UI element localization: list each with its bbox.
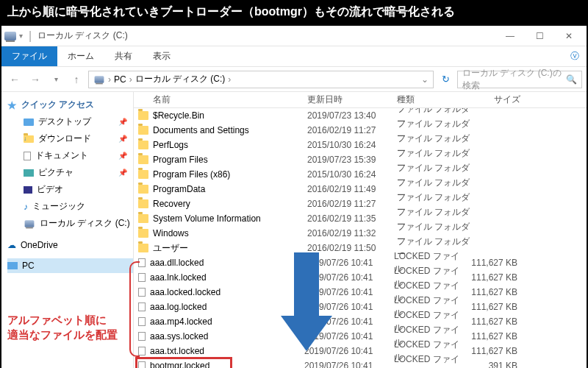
file-date: 2019/07/23 15:39 <box>307 155 397 165</box>
file-name: Documents and Settings <box>153 125 307 135</box>
chevron-right-icon[interactable]: › <box>228 74 231 85</box>
tab-share[interactable]: 共有 <box>104 46 143 66</box>
file-row[interactable]: bootmgr.locked2019/07/26 10:41LOCKED ファイ… <box>134 358 587 368</box>
address-dropdown-icon[interactable]: ⌄ <box>421 74 429 85</box>
nav-back-button[interactable]: ← <box>6 71 24 88</box>
file-row[interactable]: ユーザー2016/02/19 11:50ファイル フォルダー <box>134 241 587 255</box>
file-size: 111,627 KB <box>467 287 526 297</box>
file-row[interactable]: aaa.locked.locked2019/07/26 10:41LOCKED … <box>134 285 587 300</box>
maximize-button[interactable]: ☐ <box>525 26 554 46</box>
nav-forward-button[interactable]: → <box>26 71 44 88</box>
file-row[interactable]: ProgramData2016/02/19 11:49ファイル フォルダー <box>134 182 587 197</box>
desktop-icon <box>24 118 34 126</box>
file-row[interactable]: Windows2016/02/19 11:32ファイル フォルダー <box>134 226 587 241</box>
file-row[interactable]: aaa.txt.locked2019/07/26 10:41LOCKED ファイ… <box>134 344 587 358</box>
file-row[interactable]: Program Files2019/07/23 15:39ファイル フォルダー <box>134 152 587 167</box>
folder-icon <box>138 141 148 149</box>
explorer-window: ▾ | ローカル ディスク (C:) — ☐ ✕ ファイル ホーム 共有 表示 … <box>0 24 588 368</box>
sidebar-item-videos[interactable]: ビデオ <box>7 181 133 198</box>
file-date: 2016/02/19 11:27 <box>307 199 397 209</box>
file-list-pane: 名前 更新日時 種類 サイズ $Recycle.Bin2019/07/23 13… <box>134 92 587 368</box>
pictures-icon <box>24 169 34 177</box>
file-date: 2019/07/26 10:41 <box>304 361 394 368</box>
chevron-right-icon[interactable]: › <box>108 74 111 85</box>
navigation-bar: ← → ▾ ↑ › PC › ローカル ディスク (C:) › ⌄ ↻ ローカル… <box>1 67 587 92</box>
minimize-button[interactable]: — <box>495 26 525 46</box>
drive-icon <box>4 32 16 40</box>
brace-icon <box>129 261 140 357</box>
sidebar-item-documents[interactable]: ドキュメント📌 <box>7 147 133 164</box>
tab-home[interactable]: ホーム <box>57 46 104 66</box>
title-separator: | <box>29 29 32 43</box>
col-name[interactable]: 名前 <box>153 93 307 106</box>
file-type: LOCKED ファイル <box>394 353 467 368</box>
col-type[interactable]: 種類 <box>397 93 470 106</box>
file-row[interactable]: aaa.mp4.locked2019/07/26 10:41LOCKED ファイ… <box>134 314 587 329</box>
file-row[interactable]: Recovery2016/02/19 11:27ファイル フォルダー <box>134 197 587 211</box>
tab-file[interactable]: ファイル <box>1 46 57 66</box>
pin-icon: 📌 <box>118 118 127 126</box>
address-bar[interactable]: › PC › ローカル ディスク (C:) › ⌄ <box>88 71 434 88</box>
file-row[interactable]: $Recycle.Bin2019/07/23 13:40ファイル フォルダー <box>134 108 587 123</box>
file-size: 391 KB <box>467 361 526 368</box>
refresh-button[interactable]: ↻ <box>437 74 454 85</box>
chevron-right-icon[interactable]: › <box>129 74 132 85</box>
file-date: 2016/02/19 11:27 <box>307 125 397 135</box>
tab-view[interactable]: 表示 <box>143 46 181 66</box>
column-headers: 名前 更新日時 種類 サイズ <box>134 92 587 108</box>
file-size: 111,627 KB <box>467 302 526 312</box>
sidebar-item-downloads[interactable]: ダウンロード📌 <box>7 130 133 147</box>
file-row[interactable]: aaa.dll.locked2019/07/26 10:41LOCKED ファイ… <box>134 255 587 270</box>
nav-up-button[interactable]: ↑ <box>68 71 85 88</box>
sidebar-item-music[interactable]: ♪ミュージック <box>7 198 133 215</box>
breadcrumb-pc[interactable]: PC <box>114 74 126 85</box>
search-input[interactable]: ローカル ディスク (C:)の検索 🔍 <box>457 71 582 88</box>
file-row[interactable]: aaa.log.locked2019/07/26 10:41LOCKED ファイ… <box>134 300 587 314</box>
overflow-icon[interactable]: ▾ <box>19 32 23 40</box>
folder-icon <box>138 111 148 120</box>
folder-icon <box>138 214 148 223</box>
sidebar-item-desktop[interactable]: デスクトップ📌 <box>7 113 133 130</box>
file-name: PerfLogs <box>153 140 307 150</box>
file-row[interactable]: Documents and Settings2016/02/19 11:27ファ… <box>134 123 587 138</box>
file-name: Program Files <box>153 155 307 165</box>
file-name: Program Files (x86) <box>153 169 307 180</box>
pc-icon <box>7 262 18 269</box>
documents-icon <box>24 152 31 160</box>
folder-icon <box>138 199 148 208</box>
file-row[interactable]: Program Files (x86)2015/10/30 16:24ファイル … <box>134 167 587 182</box>
file-icon <box>138 361 146 368</box>
close-button[interactable]: ✕ <box>554 26 584 46</box>
file-row[interactable]: aaa.sys.locked2019/07/26 10:41LOCKED ファイ… <box>134 329 587 344</box>
sidebar-item-localdisk[interactable]: ローカル ディスク (C:) <box>7 215 133 232</box>
search-icon: 🔍 <box>566 74 577 85</box>
title-bar: ▾ | ローカル ディスク (C:) — ☐ ✕ <box>1 26 587 46</box>
banner-caption: 上から順に暗号化されていきブートローダー（bootmgr）もその流れで暗号化され… <box>0 0 588 24</box>
col-size[interactable]: サイズ <box>470 93 529 106</box>
folder-icon <box>138 229 148 238</box>
file-name: Windows <box>153 228 307 238</box>
file-size: 111,627 KB <box>467 346 526 356</box>
file-name: ProgramData <box>153 184 307 194</box>
videos-icon <box>24 186 32 194</box>
nav-history-button[interactable]: ▾ <box>47 71 65 88</box>
file-row[interactable]: System Volume Information2016/02/19 11:3… <box>134 211 587 226</box>
sidebar-pc[interactable]: PC <box>7 258 133 273</box>
file-date: 2015/10/30 16:24 <box>307 169 397 180</box>
file-row[interactable]: aaa.lnk.locked2019/07/26 10:41LOCKED ファイ… <box>134 270 587 285</box>
pin-icon: 📌 <box>118 135 127 143</box>
file-date: 2019/07/23 13:40 <box>307 110 397 121</box>
large-down-arrow-icon <box>281 252 332 355</box>
sidebar-quick-access[interactable]: ★ クイック アクセス <box>7 96 133 113</box>
sidebar-onedrive[interactable]: ☁OneDrive <box>7 238 133 252</box>
sidebar-item-pictures[interactable]: ピクチャ📌 <box>7 164 133 181</box>
ribbon-expand-icon[interactable]: ⓥ <box>563 46 587 66</box>
downloads-icon <box>24 135 34 143</box>
file-date: 2016/02/19 11:32 <box>307 228 397 238</box>
folder-icon <box>138 185 148 194</box>
file-row[interactable]: PerfLogs2015/10/30 16:24ファイル フォルダー <box>134 138 587 152</box>
col-date[interactable]: 更新日時 <box>307 93 397 106</box>
annotation-text: アルファベット順に 適当なファイルを配置 <box>7 313 118 342</box>
breadcrumb-drive[interactable]: ローカル ディスク (C:) <box>135 73 226 85</box>
folder-icon <box>138 126 148 135</box>
